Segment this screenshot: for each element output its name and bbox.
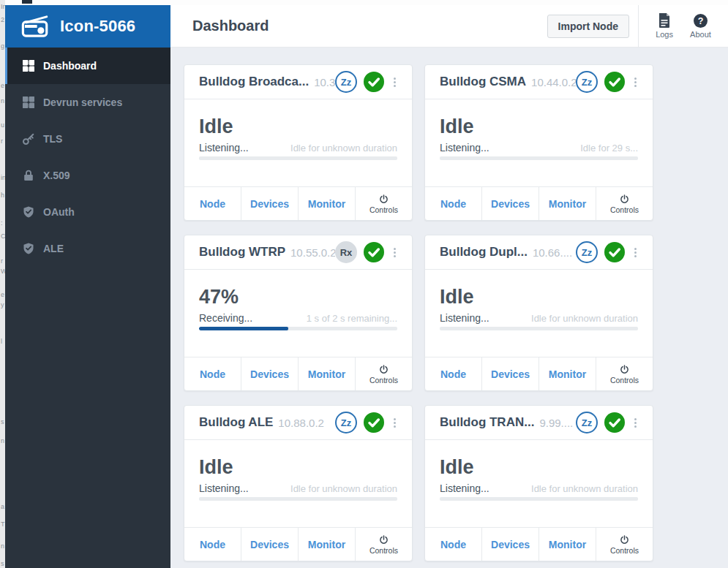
sidebar-item-dashboard[interactable]: Dashboard [5,48,170,84]
node-card: Bulldog ALE 10.88.0.2 Zz Idle Listening.… [184,405,413,561]
node-card-header: Bulldog WTRP 10.55.0.2 Rx [184,235,412,270]
check-circle-icon [364,242,384,262]
sidebar-item-devrun-services[interactable]: Devrun services [5,84,170,121]
node-badges: Rx [335,241,400,263]
controls-label: Controls [610,205,639,214]
clipped-text-fragment: s [1,560,4,567]
node-status: 47% [199,286,397,308]
monitor-button[interactable]: Monitor [298,528,355,561]
controls-label: Controls [369,546,398,555]
sidebar-item-oauth[interactable]: OAuth [5,194,170,230]
controls-label: Controls [610,546,639,555]
page-title: Dashboard [192,18,269,34]
node-status: Idle [199,116,397,138]
sidebar-nav: DashboardDevrun servicesTLSX.509OAuthALE [5,48,170,267]
logs-label: Logs [656,30,673,39]
node-button[interactable]: Node [425,528,481,561]
card-menu-button[interactable] [634,77,637,87]
node-badges: Zz [335,412,400,433]
node-button[interactable]: Node [425,187,481,220]
node-card-footer: Node Devices Monitor Controls [425,357,653,390]
node-card-header: Bulldog Broadca... 10.3... Zz [184,65,412,99]
sidebar-item-tls[interactable]: TLS [5,121,170,157]
controls-label: Controls [610,376,639,385]
node-badges: Zz [335,71,400,93]
monitor-button[interactable]: Monitor [298,187,355,220]
check-circle-icon [604,72,625,92]
node-title: Bulldog Broadca... [199,75,309,89]
controls-button[interactable]: Controls [355,357,412,390]
progress-track [440,497,638,501]
node-activity: Listening... [199,142,249,154]
node-button[interactable]: Node [184,187,241,220]
node-button[interactable]: Node [184,357,241,390]
devices-button[interactable]: Devices [481,528,539,561]
controls-button[interactable]: Controls [596,187,653,220]
node-status: Idle [199,456,397,479]
progress-fill [199,327,288,330]
node-card-body: 47% Receiving... 1 s of 2 s remaining... [184,270,412,357]
radio-icon [20,15,50,38]
node-detail: 1 s of 2 s remaining... [307,313,397,324]
logs-button[interactable]: Logs [656,13,673,39]
monitor-button[interactable]: Monitor [298,357,355,390]
progress-track [440,327,638,330]
node-title: Bulldog CSMA [440,75,526,89]
controls-button[interactable]: Controls [596,357,653,390]
devices-button[interactable]: Devices [481,357,539,390]
controls-label: Controls [369,205,398,214]
monitor-button[interactable]: Monitor [539,528,596,561]
brand-name: Icon-5066 [60,17,135,36]
node-address: 10.66.... [533,246,576,259]
monitor-button[interactable]: Monitor [539,357,596,390]
clipped-text-fragment: r [1,257,3,265]
node-badges: Zz [576,241,641,263]
devices-button[interactable]: Devices [241,528,298,561]
node-address: 10.44.0.2 [531,76,576,88]
import-node-button[interactable]: Import Node [547,15,629,38]
controls-button[interactable]: Controls [355,187,412,220]
node-address: 10.55.0.2 [290,246,335,259]
clipped-text-fragment: n [1,437,4,444]
clipped-text-fragment [22,0,32,4]
power-icon [378,364,389,375]
sidebar-item-label: TLS [43,133,62,145]
card-menu-button[interactable] [394,418,396,428]
devices-button[interactable]: Devices [241,187,298,220]
sidebar-item-label: Devrun services [43,96,122,108]
card-menu-button[interactable] [634,248,637,257]
card-menu-button[interactable] [394,77,396,87]
sidebar-item-ale[interactable]: ALE [5,230,170,267]
controls-button[interactable]: Controls [355,528,412,561]
key-icon [22,133,34,145]
controls-button[interactable]: Controls [596,528,653,561]
progress-track [440,156,638,160]
node-address: 10.3... [314,76,335,88]
clipped-text-fragment: r [1,137,3,145]
node-title: Bulldog ALE [199,415,273,430]
check-circle-icon [604,412,625,433]
node-card-body: Idle Listening... Idle for unknown durat… [184,440,412,527]
card-menu-button[interactable] [634,418,637,428]
node-card-footer: Node Devices Monitor Controls [184,527,412,561]
clipped-text-fragment: e [1,291,4,298]
about-button[interactable]: ? About [690,13,711,39]
devices-button[interactable]: Devices [481,187,539,220]
sleep-state-badge: Zz [576,412,598,433]
node-title: Bulldog Dupl... [440,245,528,260]
node-detail: Idle for unknown duration [290,483,397,494]
monitor-button[interactable]: Monitor [539,187,596,220]
clipped-text-fragment: l [1,338,2,345]
node-button[interactable]: Node [425,357,481,390]
clipped-text-fragment: g [1,42,4,50]
sidebar-item-x-509[interactable]: X.509 [5,157,170,194]
devices-button[interactable]: Devices [241,357,298,390]
node-card: Bulldog CSMA 10.44.0.2 Zz Idle Listening… [424,64,653,221]
clipped-text-fragment: a [1,503,4,510]
power-icon [619,364,630,375]
node-card-footer: Node Devices Monitor Controls [184,357,412,390]
node-button[interactable]: Node [184,528,241,561]
node-activity: Receiving... [199,312,252,324]
clipped-text-fragment: 2 [1,16,4,23]
card-menu-button[interactable] [394,248,396,257]
